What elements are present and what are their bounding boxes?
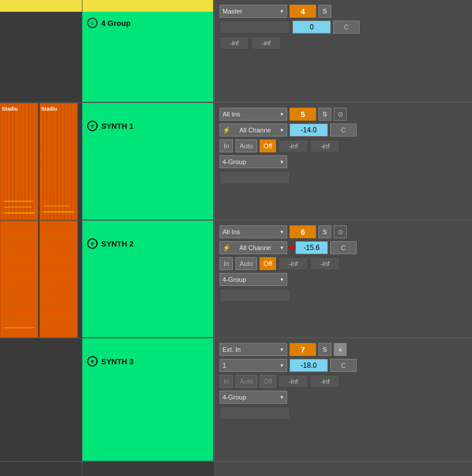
synth2-channel-icon: ⚡ [222,244,231,252]
synth3-mode-line: In Auto Off -inf -inf [220,375,467,388]
synth3-clips [0,338,82,462]
clips-area: Stadiu Stadiu [0,0,82,476]
synth1-mode-line: In Auto Off -inf -inf [220,139,467,152]
synth3-channel-line: 1 ▼ -18.0 C [220,359,467,372]
mixer-area: Master ▼ 4 S 0 C -inf -inf [215,0,472,476]
clip-label1: Stadiu [2,106,18,112]
synth2-off-btn[interactable]: Off [260,257,276,270]
synth3-track-icon[interactable]: ▼ [87,356,98,367]
synth1-channel-dropdown[interactable]: ⚡ All Channe ▼ [220,124,287,137]
synth1-channel-icon: ⚡ [222,127,231,134]
synth2-volume-with-dot: -15.6 [290,241,328,254]
group-route-dropdown[interactable]: Master ▼ [220,5,287,18]
synth2-channel-dropdown[interactable]: ⚡ All Channe ▼ [220,241,287,254]
clip-label2: Stadiu [41,106,58,112]
synth2-inf1: -inf [278,257,308,270]
synth1-track: ▼ SYNTH 1 [82,103,214,221]
synth2-volume-display[interactable]: -15.6 [295,241,328,254]
group-inf1: -inf [220,36,249,49]
synth1-input-line: All Ins ▼ 5 S ⊙ [220,108,467,121]
synth3-in-btn[interactable]: In [220,375,233,388]
synth2-track-icon[interactable]: ▼ [87,238,98,249]
group-track-name: 4 Group [101,19,131,28]
synth2-in-btn[interactable]: In [220,257,233,270]
group-s-btn[interactable]: S [318,5,331,18]
synth2-clip-block1[interactable] [0,221,38,338]
synth2-mixer-row: All Ins ▼ 6 S ⊙ ⚡ All Channe ▼ -15.6 C [215,221,472,338]
group-volume-display[interactable]: 0 [292,21,331,34]
synth2-monitor-btn[interactable]: ⊙ [334,225,347,238]
synth1-clip-block2[interactable]: Stadiu [39,103,78,220]
synth2-c-btn[interactable]: C [330,241,357,254]
synth3-channel-arrow: ▼ [280,363,284,368]
synth1-s-btn[interactable]: S [318,108,331,121]
synth2-empty-line [220,289,467,302]
synth2-output-arrow: ▼ [280,277,284,282]
synth2-s-btn[interactable]: S [318,225,331,238]
group-mixer-row: Master ▼ 4 S 0 C -inf -inf [215,0,472,103]
group-track-icon: ≡ [87,18,98,28]
synth3-output-line: 4-Group ▼ [220,391,467,404]
synth2-clip-block2[interactable] [39,221,78,338]
group-track-name-row: ≡ 4 Group [87,18,131,28]
synth3-number-btn[interactable]: 7 [290,343,316,356]
synth1-channel-line: ⚡ All Channe ▼ -14.0 C [220,124,467,137]
synth3-input-dropdown[interactable]: Ext. In ▼ [220,343,287,356]
synth2-auto-btn[interactable]: Auto [235,257,257,270]
synth2-mode-line: In Auto Off -inf -inf [220,257,467,270]
synth3-track-name: SYNTH 3 [101,357,134,366]
synth2-clips [0,221,82,338]
synth3-inf2: -inf [310,375,340,388]
synth2-channel-arrow: ▼ [280,245,284,251]
synth3-empty-bar [220,407,290,420]
synth2-input-arrow: ▼ [280,229,284,235]
tracks-area: ≡ 4 Group ▼ SYNTH 1 ▼ SYNTH 2 ▼ SYNTH 3 [82,0,215,476]
synth2-output-dropdown[interactable]: 4-Group ▼ [220,273,287,286]
synth3-output-dropdown[interactable]: 4-Group ▼ [220,391,287,404]
synth1-number-btn[interactable]: 5 [290,108,316,121]
synth1-volume-display[interactable]: -14.0 [290,124,328,137]
synth2-number-btn[interactable]: 6 [290,225,316,238]
synth1-track-name: SYNTH 1 [101,122,134,131]
synth2-input-line: All Ins ▼ 6 S ⊙ [220,225,467,238]
synth1-channel-arrow: ▼ [280,128,284,133]
synth3-empty-line [220,407,467,420]
synth3-inf1: -inf [278,375,308,388]
synth3-channel-dropdown[interactable]: 1 ▼ [220,359,287,372]
synth1-c-btn[interactable]: C [330,124,357,137]
synth2-track-name-row: ▼ SYNTH 2 [87,238,208,249]
synth1-off-btn[interactable]: Off [260,139,276,152]
synth3-volume-display[interactable]: -18.0 [290,359,328,372]
synth2-channel-line: ⚡ All Channe ▼ -15.6 C [220,241,467,254]
synth1-mixer-row: All Ins ▼ 5 S ⊙ ⚡ All Channe ▼ -14.0 C I… [215,103,472,221]
synth1-inf2: -inf [310,139,340,152]
group-route-line: Master ▼ 4 S [220,5,467,18]
synth3-track-name-row: ▼ SYNTH 3 [87,356,208,367]
synth3-c-btn[interactable]: C [330,359,357,372]
synth2-output-line: 4-Group ▼ [220,273,467,286]
synth1-track-name-row: ▼ SYNTH 1 [87,121,208,131]
synth1-empty-bar [220,171,290,184]
synth3-mixer-row: Ext. In ▼ 7 S ● 1 ▼ -18.0 C In Auto O [215,338,472,462]
synth3-off-btn[interactable]: Off [260,375,276,388]
synth3-auto-btn[interactable]: Auto [235,375,257,388]
synth3-output-arrow: ▼ [280,395,284,400]
synth2-input-dropdown[interactable]: All Ins ▼ [220,225,287,238]
synth1-track-icon[interactable]: ▼ [87,121,98,131]
synth1-in-btn[interactable]: In [220,139,233,152]
synth1-monitor-btn[interactable]: ⊙ [334,108,347,121]
synth3-monitor-btn[interactable]: ● [334,343,347,356]
synth1-output-dropdown[interactable]: 4-Group ▼ [220,155,287,168]
synth2-track-name: SYNTH 2 [101,239,134,248]
group-inf-line: -inf -inf [220,36,467,49]
synth3-s-btn[interactable]: S [318,343,331,356]
group-c-btn[interactable]: C [333,21,360,34]
synth1-input-dropdown[interactable]: All Ins ▼ [220,108,287,121]
group-empty-bar [220,21,290,34]
synth1-clip-block1[interactable]: Stadiu [0,103,38,220]
synth1-auto-btn[interactable]: Auto [235,139,257,152]
group-number-btn[interactable]: 4 [290,5,316,18]
synth1-output-arrow: ▼ [280,159,284,165]
synth1-output-line: 4-Group ▼ [220,155,467,168]
group-volume-line: 0 C [220,21,467,34]
